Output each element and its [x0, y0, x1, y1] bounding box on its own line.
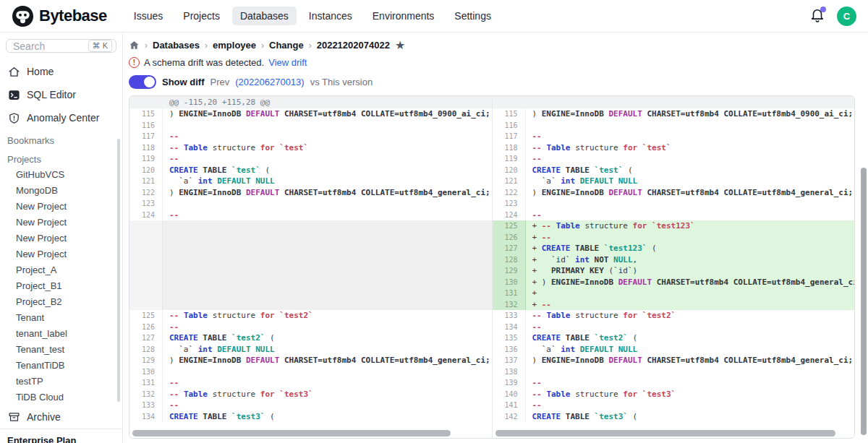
line-number: 117: [493, 131, 526, 142]
line-number: 139: [493, 377, 526, 389]
diff-row: 137) ENGINE=InnoDB DEFAULT CHARSET=utf8m…: [493, 355, 855, 366]
code-line: ) ENGINE=InnoDB DEFAULT CHARSET=utf8mb4 …: [526, 108, 855, 120]
nav-item-databases[interactable]: Databases: [232, 7, 297, 25]
line-number: 123: [129, 198, 163, 210]
breadcrumb-databases[interactable]: Databases: [153, 40, 200, 51]
nav-item-settings[interactable]: Settings: [446, 7, 499, 25]
user-avatar[interactable]: C: [837, 7, 856, 26]
line-number: 131: [493, 288, 526, 299]
diff-row: 127CREATE TABLE `test2` (: [129, 332, 492, 344]
shield-icon: [7, 111, 20, 124]
line-number: 121: [129, 176, 163, 187]
breadcrumb-version[interactable]: 20221202074022: [317, 40, 390, 51]
code-line: ) ENGINE=InnoDB DEFAULT CHARSET=utf8mb4 …: [163, 187, 492, 199]
scrollbar-thumb[interactable]: [132, 430, 451, 436]
diff-row: 117--: [129, 131, 492, 142]
code-line: ) ENGINE=InnoDB DEFAULT CHARSET=utf8mb4 …: [526, 187, 855, 199]
diff-row: 136 `a` int DEFAULT NULL: [493, 344, 855, 356]
sidebar-project-new-project-3[interactable]: New Project: [0, 231, 122, 246]
diff-toolbar: Show diff Prev (202206270013) vs This ve…: [129, 75, 855, 89]
sidebar-project-mongodb[interactable]: MongoDB: [0, 183, 122, 199]
sidebar-section-projects[interactable]: Projects: [0, 148, 122, 167]
sidebar-project-project-b2[interactable]: Project_B2: [0, 294, 122, 310]
sidebar-project-new-project-1[interactable]: New Project: [0, 199, 122, 215]
notification-bell-icon[interactable]: [809, 8, 825, 24]
view-drift-link[interactable]: View drift: [268, 57, 307, 68]
code-line: [526, 366, 855, 378]
sidebar-project-tenant[interactable]: Tenant: [0, 310, 122, 326]
code-line: [526, 120, 855, 132]
nav-item-issues[interactable]: Issues: [126, 7, 171, 25]
alert-icon: !: [129, 57, 140, 68]
code-line: CREATE TABLE `test3` (: [526, 411, 855, 423]
line-number: 120: [493, 165, 526, 176]
plan-badge: Enterprise Plan: [0, 429, 122, 443]
code-line: [163, 120, 492, 132]
code-line: ) ENGINE=InnoDB DEFAULT CHARSET=utf8mb4 …: [163, 108, 492, 120]
code-line: --: [526, 153, 855, 165]
sidebar-scrollbar[interactable]: [117, 139, 120, 402]
diff-row: 115) ENGINE=InnoDB DEFAULT CHARSET=utf8m…: [493, 108, 855, 120]
nav-item-environments[interactable]: Environments: [365, 7, 443, 25]
line-number: 133: [129, 400, 163, 411]
sidebar-section-bookmarks[interactable]: Bookmarks: [0, 129, 122, 148]
sidebar-project-new-project-4[interactable]: New Project: [0, 246, 122, 262]
sidebar-project-tidb-cloud[interactable]: TiDB Cloud: [0, 390, 122, 405]
line-number: 133: [493, 310, 526, 322]
code-line: -- Table structure for `test`: [526, 142, 855, 154]
line-number: 118: [493, 142, 526, 154]
sidebar-item-home[interactable]: Home: [0, 61, 122, 82]
bookmark-star-icon[interactable]: ★: [395, 40, 405, 50]
diff-row: 140-- Table structure for `test3`: [493, 389, 855, 400]
notification-dot: [820, 7, 826, 12]
bytebase-logo[interactable]: Bytebase: [12, 5, 107, 27]
code-line: CREATE TABLE `test2` (: [526, 332, 855, 344]
diff-hunk-header: [493, 96, 855, 108]
show-diff-toggle[interactable]: [129, 75, 156, 89]
nav-item-instances[interactable]: Instances: [301, 7, 360, 25]
sidebar-project-project-b1[interactable]: Project_B1: [0, 278, 122, 294]
sidebar-item-label: SQL Editor: [27, 89, 76, 100]
scrollbar-thumb[interactable]: [495, 430, 835, 436]
sidebar-item-label: Anomaly Center: [27, 112, 99, 124]
search-input[interactable]: Search ⌘ K: [6, 39, 116, 53]
left-horizontal-scrollbar: [129, 429, 492, 438]
diff-row-added: 130+ ) ENGINE=InnoDB DEFAULT CHARSET=utf…: [493, 277, 855, 288]
nav-item-projects[interactable]: Projects: [175, 7, 228, 25]
line-number: 131: [129, 377, 163, 389]
diff-row-added: 132+ --: [493, 299, 855, 311]
search-shortcut-badge: ⌘ K: [88, 40, 112, 52]
breadcrumb-employee[interactable]: employee: [213, 40, 256, 51]
sidebar-project-project-a[interactable]: Project_A: [0, 262, 122, 278]
line-number: 117: [129, 131, 163, 142]
sidebar-project-testtp[interactable]: testTP: [0, 374, 122, 390]
diff-row: 128 `a` int DEFAULT NULL: [129, 344, 492, 356]
line-number: 115: [493, 108, 526, 120]
code-line: --: [526, 131, 855, 142]
diff-pane-current: 115) ENGINE=InnoDB DEFAULT CHARSET=utf8m…: [493, 96, 855, 438]
diff-row-added: 127+ CREATE TABLE `test123` (: [493, 243, 855, 254]
diff-row-added: 125+ -- Table structure for `test123`: [493, 220, 855, 232]
line-number: 140: [493, 389, 526, 400]
line-number: 128: [129, 344, 163, 356]
code-line: --: [163, 153, 492, 165]
show-diff-label: Show diff: [162, 77, 205, 87]
sidebar-project-tenanttidb[interactable]: TenantTiDB: [0, 358, 122, 374]
breadcrumb-change[interactable]: Change: [269, 40, 304, 51]
sidebar-item-archive[interactable]: Archive: [0, 406, 122, 428]
page-scrollbar[interactable]: [861, 168, 867, 435]
sidebar-item-sql-editor[interactable]: SQL Editor: [0, 84, 122, 106]
code-line: -- Table structure for `test2`: [163, 310, 492, 322]
bytebase-logo-icon: [12, 5, 34, 27]
breadcrumb-home-icon[interactable]: [129, 40, 140, 51]
top-navigation: Bytebase Issues Projects Databases Insta…: [0, 0, 868, 33]
sidebar-item-label: Archive: [27, 411, 61, 423]
sidebar-project-githubvcs[interactable]: GitHubVCS: [0, 167, 122, 183]
sidebar-project-tenant-test[interactable]: Tenant_test: [0, 342, 122, 358]
prev-version-link[interactable]: (202206270013): [235, 77, 304, 87]
sidebar-project-tenant-label[interactable]: tenant_label: [0, 326, 122, 342]
sidebar-project-new-project-2[interactable]: New Project: [0, 215, 122, 231]
line-number: 136: [493, 344, 526, 356]
sidebar-item-anomaly-center[interactable]: Anomaly Center: [0, 107, 122, 129]
diff-row-placeholder: [129, 220, 492, 310]
